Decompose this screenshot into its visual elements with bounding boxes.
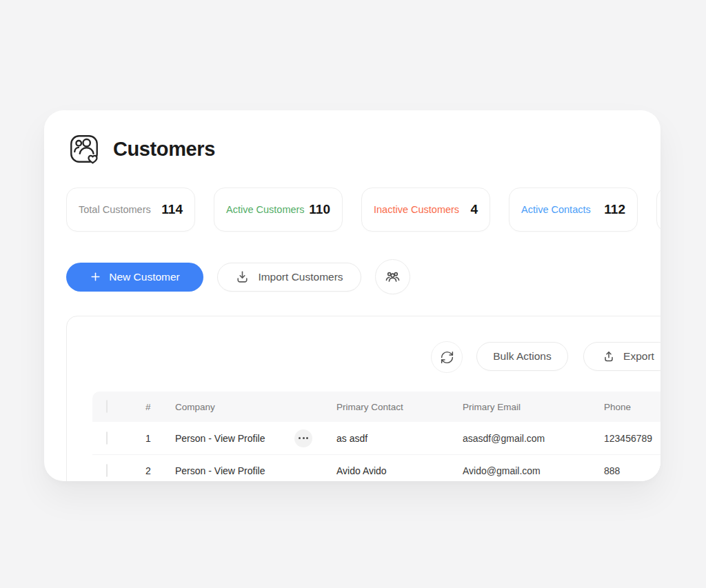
customers-panel: Customers Total Customers 114 Active Cus… <box>44 110 660 481</box>
group-icon <box>385 269 401 285</box>
stat-value: 112 <box>604 202 625 217</box>
import-customers-button[interactable]: Import Customers <box>217 263 361 292</box>
row-checkbox[interactable] <box>106 464 108 477</box>
refresh-icon <box>440 350 454 365</box>
download-icon <box>235 270 250 284</box>
row-checkbox[interactable] <box>106 432 108 445</box>
row-menu-button[interactable] <box>294 429 312 447</box>
customers-table: # Company Primary Contact Primary Email … <box>92 392 660 481</box>
column-header-primary-email: Primary Email <box>463 402 521 412</box>
stat-card-clipped <box>656 187 660 232</box>
company-link[interactable]: Person - View Profile <box>175 465 265 476</box>
refresh-button[interactable] <box>431 341 463 373</box>
page-background: { "header": { "title": "Customers" }, "s… <box>0 0 706 588</box>
column-header-phone: Phone <box>604 402 631 412</box>
export-button[interactable]: Export <box>583 342 660 371</box>
stat-active-contacts: Active Contacts 112 <box>509 187 638 232</box>
stat-active-customers: Active Customers 110 <box>214 187 343 232</box>
primary-email: Avido@gmail.com <box>463 465 541 476</box>
phone-number: 888 <box>604 465 620 476</box>
upload-icon <box>602 349 616 363</box>
stat-total-customers: Total Customers 114 <box>66 187 195 232</box>
import-customers-label: Import Customers <box>258 271 343 283</box>
column-header-company: Company <box>175 402 215 412</box>
phone-number: 123456789 <box>604 433 652 444</box>
primary-contact: as asdf <box>336 433 367 444</box>
actions-row: New Customer Import Customers <box>66 259 410 294</box>
stat-value: 110 <box>309 202 330 217</box>
column-header-primary-contact: Primary Contact <box>336 402 403 412</box>
stat-label: Active Customers <box>226 204 305 215</box>
plus-icon <box>90 271 101 283</box>
panel-header: Customers <box>66 131 215 167</box>
table-row: 1 Person - View Profile as asdf asasdf@g… <box>92 422 660 454</box>
stat-label: Total Customers <box>79 204 151 215</box>
export-label: Export <box>623 350 654 363</box>
company-link[interactable]: Person - View Profile <box>175 433 265 444</box>
stats-row: Total Customers 114 Active Customers 110… <box>66 187 660 232</box>
primary-contact: Avido Avido <box>336 465 387 476</box>
stat-label: Inactive Customers <box>374 204 459 215</box>
table-row: 2 Person - View Profile Avido Avido Avid… <box>92 454 660 481</box>
page-title: Customers <box>113 138 215 161</box>
row-number: 2 <box>145 465 151 476</box>
row-number: 1 <box>145 433 151 444</box>
stat-value: 114 <box>161 202 183 217</box>
customers-table-section: Bulk Actions Export # Company Primary Co… <box>66 316 660 481</box>
new-customer-label: New Customer <box>109 271 180 283</box>
new-customer-button[interactable]: New Customer <box>66 263 203 292</box>
primary-email: asasdf@gmail.com <box>463 433 545 444</box>
bulk-actions-button[interactable]: Bulk Actions <box>476 342 568 371</box>
stat-inactive-customers: Inactive Customers 4 <box>361 187 490 232</box>
table-header-row: # Company Primary Contact Primary Email … <box>92 392 660 422</box>
select-all-checkbox[interactable] <box>106 400 108 413</box>
stat-label: Active Contacts <box>521 204 591 215</box>
contacts-group-button[interactable] <box>375 259 410 294</box>
column-header-num: # <box>145 402 151 412</box>
stat-value: 4 <box>470 202 478 217</box>
ellipsis-icon <box>299 437 301 439</box>
customers-heart-icon <box>66 131 102 167</box>
